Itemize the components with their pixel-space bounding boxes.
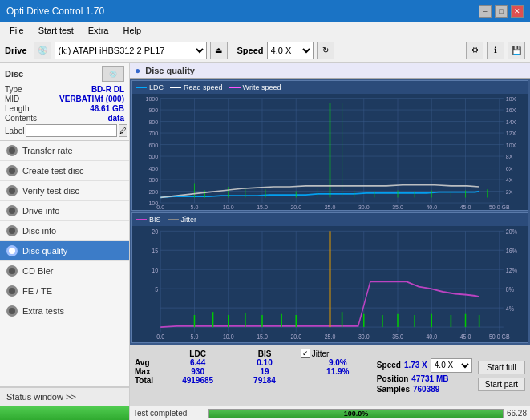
svg-text:30.0: 30.0 — [358, 333, 370, 341]
sidebar-item-disc-info[interactable]: Disc info — [0, 221, 129, 241]
stats-table: LDC BIS ✓ Jitter Avg — [135, 349, 372, 402]
sidebar-item-fe-te[interactable]: FE / TE — [0, 281, 129, 301]
sidebar-item-disc-quality[interactable]: Disc quality — [0, 241, 129, 261]
svg-text:50.0 GB: 50.0 GB — [489, 204, 510, 210]
sidebar-item-cd-bler[interactable]: CD Bler — [0, 261, 129, 281]
samples-label: Samples — [377, 385, 410, 394]
svg-text:6X: 6X — [506, 165, 513, 172]
minimize-button[interactable]: – — [479, 5, 492, 18]
svg-text:16%: 16% — [506, 247, 517, 255]
maximize-button[interactable]: □ — [495, 5, 508, 18]
max-label: Max — [135, 367, 159, 376]
svg-text:45.0: 45.0 — [460, 333, 471, 341]
svg-text:25.0: 25.0 — [325, 204, 336, 210]
sidebar-item-label: FE / TE — [22, 286, 52, 296]
verify-test-disc-icon — [6, 185, 18, 196]
svg-text:14X: 14X — [506, 119, 516, 126]
svg-text:8X: 8X — [506, 153, 513, 160]
start-full-button[interactable]: Start full — [478, 361, 525, 374]
svg-text:10.0: 10.0 — [223, 333, 234, 341]
speed-select[interactable]: 4.0 X — [267, 42, 314, 59]
sidebar-item-verify-test-disc[interactable]: Verify test disc — [0, 181, 129, 201]
contents-label: Contents — [5, 114, 37, 123]
contents-value: data — [107, 114, 124, 123]
progress-pct: 100.0% — [209, 410, 503, 418]
bottom-chart-svg: 20 15 10 5 20% 16% 12% 8% 4% 0.0 5.0 10.… — [132, 226, 528, 342]
settings-button[interactable]: ⚙ — [466, 42, 483, 59]
drive-label: Drive — [5, 46, 27, 55]
drive-icon-button[interactable]: 💿 — [34, 42, 51, 59]
sidebar-item-label: Drive info — [22, 206, 59, 216]
jitter-header-cell: ✓ Jitter — [301, 349, 372, 358]
chart-title: Disc quality — [145, 66, 195, 75]
mid-label: MID — [5, 95, 19, 103]
title-bar: Opti Drive Control 1.70 – □ ✕ — [0, 0, 530, 22]
status-text: Test completed — [133, 409, 205, 418]
drive-select[interactable]: (k:) ATAPI iHBS312 2 PL17 — [55, 42, 207, 59]
content-area: ● Disc quality LDC Read speed — [130, 63, 530, 420]
length-value: 46.61 GB — [90, 104, 124, 113]
svg-text:1000: 1000 — [146, 95, 159, 103]
sidebar-progress-text — [0, 406, 129, 420]
svg-text:700: 700 — [148, 130, 158, 137]
menu-file[interactable]: File — [3, 25, 30, 36]
refresh-button[interactable]: ↻ — [317, 42, 334, 59]
jitter-legend-label: Jitter — [181, 216, 197, 224]
disc-header-label: Disc — [5, 69, 23, 79]
sidebar-item-transfer-rate[interactable]: Transfer rate — [0, 141, 129, 161]
label-label: Label — [5, 127, 24, 135]
menu-start-test[interactable]: Start test — [32, 25, 80, 36]
label-edit-button[interactable]: 🖊 — [119, 124, 127, 137]
menu-bar: File Start test Extra Help — [0, 22, 530, 38]
max-ldc: 930 — [159, 367, 237, 376]
svg-text:20%: 20% — [506, 228, 517, 236]
info-button[interactable]: ℹ — [487, 42, 504, 59]
total-label: Total — [135, 376, 159, 385]
type-label: Type — [5, 85, 22, 94]
mid-value: VERBATIMf (000) — [59, 95, 124, 103]
svg-text:35.0: 35.0 — [392, 333, 403, 341]
svg-text:40.0: 40.0 — [426, 204, 437, 210]
svg-text:15: 15 — [152, 247, 158, 255]
svg-text:0.0: 0.0 — [156, 204, 164, 210]
max-position-value: 47731 MB — [411, 374, 448, 383]
svg-text:300: 300 — [148, 176, 158, 184]
save-button[interactable]: 💾 — [508, 42, 525, 59]
svg-text:4%: 4% — [506, 305, 514, 313]
start-part-button[interactable]: Start part — [478, 378, 525, 391]
svg-text:45.0: 45.0 — [460, 204, 471, 210]
svg-text:5: 5 — [155, 285, 158, 293]
bis-header: BIS — [237, 349, 292, 358]
ldc-header: LDC — [159, 349, 237, 358]
svg-text:20: 20 — [152, 228, 158, 236]
main-layout: Disc 💿 Type BD-R DL MID VERBATIMf (000) … — [0, 63, 530, 420]
avg-jitter: 9.0% — [301, 358, 372, 367]
cd-bler-icon — [6, 265, 18, 277]
avg-speed-value: 1.73 X — [404, 361, 427, 370]
jitter-checkbox[interactable]: ✓ — [301, 349, 310, 358]
disc-icon: 💿 — [102, 66, 124, 82]
close-button[interactable]: ✕ — [511, 5, 524, 18]
svg-text:2X: 2X — [506, 188, 513, 196]
file-size: 66.28 — [507, 409, 527, 418]
svg-text:4X: 4X — [506, 176, 513, 184]
position-label: Position — [377, 374, 408, 383]
sidebar-item-create-test-disc[interactable]: Create test disc — [0, 161, 129, 181]
svg-text:16X: 16X — [506, 107, 516, 114]
progress-section: Test completed 100.0% 66.28 — [133, 409, 527, 418]
svg-text:900: 900 — [148, 107, 158, 114]
progress-outer: 100.0% — [208, 409, 504, 418]
sidebar-item-drive-info[interactable]: Drive info — [0, 201, 129, 221]
status-window-button[interactable]: Status window >> — [0, 386, 129, 406]
speed-select-stats[interactable]: 4.0 X — [431, 358, 472, 373]
charts-container: LDC Read speed Write speed — [130, 79, 530, 345]
menu-help[interactable]: Help — [116, 25, 148, 36]
sidebar-item-extra-tests[interactable]: Extra tests — [0, 301, 129, 321]
label-input[interactable] — [26, 124, 117, 137]
eject-button[interactable]: ⏏ — [210, 42, 228, 59]
sidebar: Disc 💿 Type BD-R DL MID VERBATIMf (000) … — [0, 63, 130, 420]
toolbar: Drive 💿 (k:) ATAPI iHBS312 2 PL17 ⏏ Spee… — [0, 38, 530, 63]
stats-bar: LDC BIS ✓ Jitter Avg — [130, 345, 530, 406]
speed-stat-label: Speed — [377, 361, 401, 370]
menu-extra[interactable]: Extra — [82, 25, 115, 36]
